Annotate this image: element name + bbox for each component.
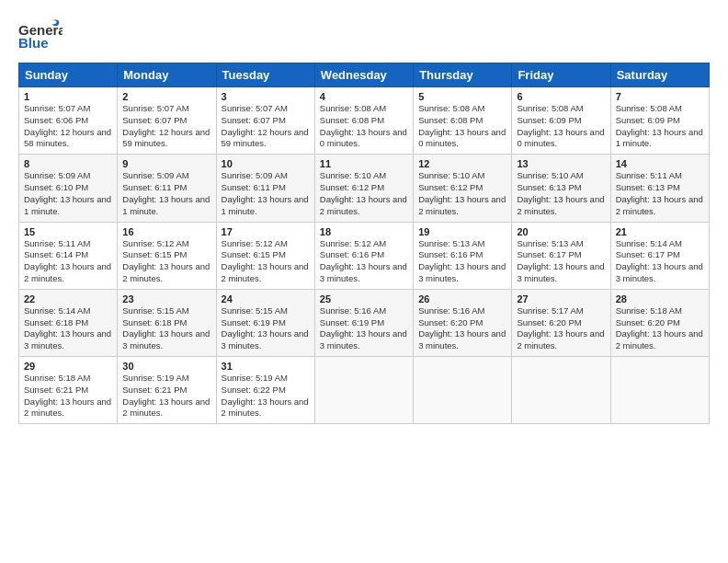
sunset-label: Sunset: 6:06 PM [24,115,88,125]
daylight-label: Daylight: 13 hours and 0 minutes. [517,127,604,149]
calendar-cell: 11 Sunrise: 5:10 AM Sunset: 6:12 PM Dayl… [314,155,413,222]
sunrise-label: Sunrise: 5:09 AM [122,170,188,180]
day-number: 4 [320,91,408,102]
day-info: Sunrise: 5:07 AM Sunset: 6:07 PM Dayligh… [222,103,310,150]
sunset-label: Sunset: 6:16 PM [320,249,384,259]
day-header-monday: Monday [118,63,216,87]
day-number: 8 [24,158,112,169]
sunset-label: Sunset: 6:13 PM [517,182,581,192]
day-number: 17 [222,226,310,237]
calendar-header-row: SundayMondayTuesdayWednesdayThursdayFrid… [19,63,710,87]
calendar-cell: 22 Sunrise: 5:14 AM Sunset: 6:18 PM Dayl… [19,289,118,356]
daylight-label: Daylight: 13 hours and 2 minutes. [222,261,309,283]
sunrise-label: Sunrise: 5:10 AM [320,170,386,180]
calendar-cell: 10 Sunrise: 5:09 AM Sunset: 6:11 PM Dayl… [216,155,314,222]
sunrise-label: Sunrise: 5:07 AM [122,103,188,113]
sunset-label: Sunset: 6:20 PM [418,317,483,327]
sunrise-label: Sunrise: 5:12 AM [122,238,188,248]
day-number: 21 [616,226,704,237]
calendar-cell: 8 Sunrise: 5:09 AM Sunset: 6:10 PM Dayli… [19,155,118,222]
calendar-cell: 17 Sunrise: 5:12 AM Sunset: 6:15 PM Dayl… [216,222,314,289]
sunrise-label: Sunrise: 5:10 AM [517,170,583,180]
day-info: Sunrise: 5:17 AM Sunset: 6:20 PM Dayligh… [517,305,605,352]
day-info: Sunrise: 5:16 AM Sunset: 6:19 PM Dayligh… [320,305,408,352]
daylight-label: Daylight: 13 hours and 3 minutes. [122,328,210,350]
daylight-label: Daylight: 12 hours and 59 minutes. [122,127,210,149]
daylight-label: Daylight: 13 hours and 1 minute. [122,194,210,216]
day-info: Sunrise: 5:10 AM Sunset: 6:13 PM Dayligh… [517,170,605,217]
calendar-cell: 29 Sunrise: 5:18 AM Sunset: 6:21 PM Dayl… [19,357,118,424]
day-number: 9 [122,158,210,169]
daylight-label: Daylight: 13 hours and 2 minutes. [517,194,604,216]
calendar-cell: 25 Sunrise: 5:16 AM Sunset: 6:19 PM Dayl… [314,289,413,356]
calendar-week-row: 15 Sunrise: 5:11 AM Sunset: 6:14 PM Dayl… [19,222,710,289]
header: General Blue [18,17,710,53]
sunset-label: Sunset: 6:14 PM [24,249,88,259]
sunset-label: Sunset: 6:17 PM [517,249,581,259]
sunset-label: Sunset: 6:11 PM [222,182,286,192]
sunset-label: Sunset: 6:17 PM [616,249,680,259]
day-info: Sunrise: 5:13 AM Sunset: 6:17 PM Dayligh… [517,238,605,285]
day-info: Sunrise: 5:09 AM Sunset: 6:11 PM Dayligh… [122,170,210,217]
calendar-cell: 6 Sunrise: 5:08 AM Sunset: 6:09 PM Dayli… [512,87,610,155]
sunrise-label: Sunrise: 5:09 AM [24,170,90,180]
day-info: Sunrise: 5:09 AM Sunset: 6:10 PM Dayligh… [24,170,112,217]
sunrise-label: Sunrise: 5:12 AM [222,238,288,248]
sunset-label: Sunset: 6:07 PM [222,115,286,125]
calendar-week-row: 1 Sunrise: 5:07 AM Sunset: 6:06 PM Dayli… [19,87,710,155]
daylight-label: Daylight: 13 hours and 2 minutes. [517,328,604,350]
sunrise-label: Sunrise: 5:15 AM [122,305,188,316]
sunrise-label: Sunrise: 5:14 AM [24,305,90,316]
sunset-label: Sunset: 6:22 PM [222,385,286,395]
calendar-cell: 14 Sunrise: 5:11 AM Sunset: 6:13 PM Dayl… [610,155,709,222]
sunrise-label: Sunrise: 5:07 AM [222,103,288,113]
sunset-label: Sunset: 6:09 PM [517,115,581,125]
sunrise-label: Sunrise: 5:12 AM [320,238,386,248]
day-number: 15 [24,226,112,237]
calendar-cell: 23 Sunrise: 5:15 AM Sunset: 6:18 PM Dayl… [118,289,216,356]
daylight-label: Daylight: 13 hours and 2 minutes. [616,194,703,216]
daylight-label: Daylight: 12 hours and 58 minutes. [24,127,111,149]
sunset-label: Sunset: 6:15 PM [222,249,286,259]
calendar-week-row: 22 Sunrise: 5:14 AM Sunset: 6:18 PM Dayl… [19,289,710,356]
calendar-cell: 31 Sunrise: 5:19 AM Sunset: 6:22 PM Dayl… [216,357,314,424]
day-number: 6 [517,91,605,102]
day-header-tuesday: Tuesday [216,63,314,87]
calendar-cell: 12 Sunrise: 5:10 AM Sunset: 6:12 PM Dayl… [414,155,512,222]
day-info: Sunrise: 5:14 AM Sunset: 6:18 PM Dayligh… [24,305,112,352]
daylight-label: Daylight: 13 hours and 2 minutes. [616,328,703,350]
calendar-cell: 15 Sunrise: 5:11 AM Sunset: 6:14 PM Dayl… [19,222,118,289]
daylight-label: Daylight: 13 hours and 3 minutes. [616,261,703,283]
daylight-label: Daylight: 13 hours and 3 minutes. [517,261,604,283]
daylight-label: Daylight: 13 hours and 2 minutes. [122,396,210,419]
sunrise-label: Sunrise: 5:19 AM [122,373,188,383]
calendar-cell: 4 Sunrise: 5:08 AM Sunset: 6:08 PM Dayli… [314,87,413,155]
sunrise-label: Sunrise: 5:11 AM [616,170,682,180]
daylight-label: Daylight: 13 hours and 0 minutes. [320,127,407,149]
daylight-label: Daylight: 13 hours and 3 minutes. [24,328,111,350]
daylight-label: Daylight: 13 hours and 3 minutes. [320,261,407,283]
day-info: Sunrise: 5:19 AM Sunset: 6:21 PM Dayligh… [122,373,210,419]
day-info: Sunrise: 5:07 AM Sunset: 6:07 PM Dayligh… [122,103,210,150]
day-number: 18 [320,226,408,237]
day-info: Sunrise: 5:13 AM Sunset: 6:16 PM Dayligh… [418,238,506,285]
day-header-thursday: Thursday [414,63,512,87]
calendar-cell: 24 Sunrise: 5:15 AM Sunset: 6:19 PM Dayl… [216,289,314,356]
sunset-label: Sunset: 6:21 PM [122,385,187,395]
day-info: Sunrise: 5:14 AM Sunset: 6:17 PM Dayligh… [616,238,704,285]
daylight-label: Daylight: 13 hours and 1 minute. [222,194,309,216]
sunrise-label: Sunrise: 5:15 AM [222,305,288,316]
calendar-cell: 7 Sunrise: 5:08 AM Sunset: 6:09 PM Dayli… [610,87,709,155]
sunrise-label: Sunrise: 5:07 AM [24,103,90,113]
logo: General Blue [18,17,63,53]
day-info: Sunrise: 5:08 AM Sunset: 6:08 PM Dayligh… [418,103,506,150]
calendar-cell: 30 Sunrise: 5:19 AM Sunset: 6:21 PM Dayl… [118,357,216,424]
calendar-cell: 1 Sunrise: 5:07 AM Sunset: 6:06 PM Dayli… [19,87,118,155]
calendar-cell: 28 Sunrise: 5:18 AM Sunset: 6:20 PM Dayl… [610,289,709,356]
day-info: Sunrise: 5:18 AM Sunset: 6:21 PM Dayligh… [24,373,112,419]
day-number: 7 [616,91,704,102]
day-info: Sunrise: 5:10 AM Sunset: 6:12 PM Dayligh… [320,170,408,217]
sunrise-label: Sunrise: 5:11 AM [24,238,90,248]
day-number: 30 [122,361,210,372]
sunset-label: Sunset: 6:18 PM [24,317,88,327]
